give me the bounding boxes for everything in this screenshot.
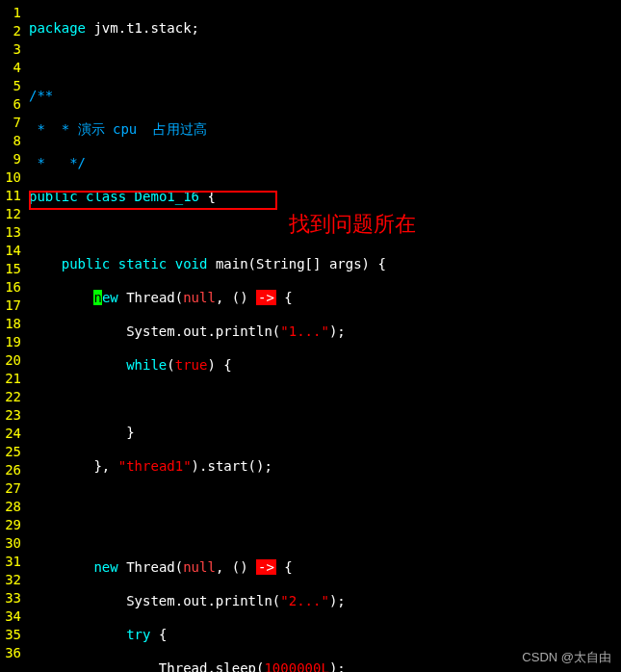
line-number: 8: [0, 132, 21, 150]
code-line: new Thread(null, () -> {: [29, 289, 621, 307]
line-number: 5: [0, 77, 21, 95]
code-line: [29, 53, 621, 71]
line-number: 17: [0, 297, 21, 315]
code-line: new Thread(null, () -> {: [29, 558, 621, 577]
code-line: try {: [29, 626, 621, 644]
code-line: System.out.println("2...");: [29, 592, 621, 610]
code-line: * */: [29, 154, 621, 172]
line-number: 31: [0, 553, 21, 571]
line-number: 27: [0, 479, 21, 498]
line-number: 29: [0, 516, 21, 534]
code-line: }: [29, 424, 621, 442]
lambda-arrow-icon: ->: [256, 290, 276, 305]
line-number: 20: [0, 351, 21, 370]
code-line: System.out.println("1...");: [29, 323, 621, 341]
code-line: public static void main(String[] args) {: [29, 255, 621, 273]
line-number: 4: [0, 59, 21, 77]
annotation-text: 找到问题所在: [289, 210, 416, 239]
line-number: 24: [0, 425, 21, 443]
line-number: 28: [0, 498, 21, 516]
line-number: 25: [0, 443, 21, 461]
line-number: 2: [0, 22, 21, 40]
code-line: package jvm.t1.stack;: [29, 19, 621, 38]
line-number: 34: [0, 607, 21, 626]
line-number: 1: [0, 4, 21, 22]
line-number: 32: [0, 571, 21, 589]
line-number: 9: [0, 150, 21, 168]
line-number: 23: [0, 406, 21, 425]
line-number: 21: [0, 370, 21, 388]
line-number: 10: [0, 168, 21, 187]
code-line: public class Demo1_16 {: [29, 188, 621, 206]
line-number: 26: [0, 461, 21, 479]
line-number: 16: [0, 278, 21, 297]
watermark-text: CSDN @太自由: [522, 649, 611, 666]
cursor-highlight: n: [93, 290, 101, 305]
line-number: 14: [0, 242, 21, 260]
line-number: 11: [0, 187, 21, 205]
line-number: 30: [0, 534, 21, 553]
line-number: 35: [0, 626, 21, 644]
line-number: 6: [0, 95, 21, 114]
line-number: 15: [0, 260, 21, 278]
code-line: [29, 491, 621, 509]
code-editor: 1 2 3 4 5 6 7 8 9 10 11 12 13 14 15 16 1…: [0, 0, 621, 672]
line-number: 33: [0, 589, 21, 607]
code-line: }, "thread1").start();: [29, 457, 621, 476]
line-number: 3: [0, 40, 21, 59]
code-area[interactable]: package jvm.t1.stack; /** * * 演示 cpu 占用过…: [29, 4, 621, 672]
line-number: 22: [0, 388, 21, 406]
code-line: [29, 525, 621, 543]
line-number: 7: [0, 114, 21, 132]
code-line: while(true) {: [29, 356, 621, 375]
line-number: 18: [0, 315, 21, 333]
code-line: * * 演示 cpu 占用过高: [29, 120, 621, 139]
code-line: [29, 390, 621, 408]
code-line: /**: [29, 87, 621, 105]
line-number-gutter: 1 2 3 4 5 6 7 8 9 10 11 12 13 14 15 16 1…: [0, 4, 29, 672]
lambda-arrow-icon: ->: [256, 559, 276, 575]
line-number: 19: [0, 333, 21, 351]
line-number: 36: [0, 644, 21, 662]
line-number: 13: [0, 223, 21, 242]
line-number: 12: [0, 205, 21, 223]
